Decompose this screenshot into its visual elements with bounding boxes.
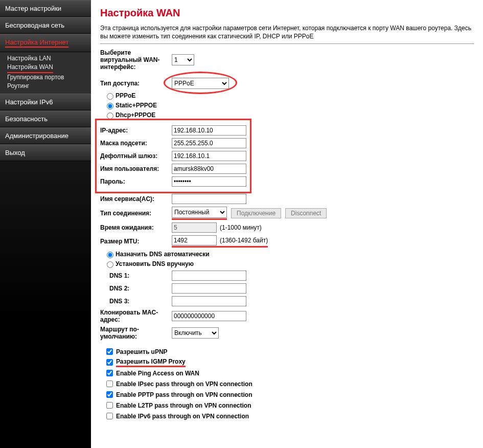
radio-dns-manual-label: Установить DNS вручную <box>116 260 194 267</box>
radio-static-pppoe[interactable] <box>107 103 113 109</box>
chk-upnp-label: Разрешить uPNP <box>116 348 168 355</box>
input-service[interactable] <box>172 194 246 204</box>
label-dns3: DNS 3: <box>100 298 172 305</box>
label-ip: IP-адрес: <box>100 127 172 134</box>
nav-wizard[interactable]: Мастер настройки <box>0 0 91 17</box>
input-idle <box>172 222 217 233</box>
radio-dhcp-pppoe[interactable] <box>107 113 113 119</box>
input-pass[interactable] <box>172 176 246 187</box>
nav-exit[interactable]: Выход <box>0 144 91 161</box>
input-dns3[interactable] <box>172 296 246 306</box>
connect-button[interactable]: Подключение <box>231 208 281 218</box>
nav-routing[interactable]: Роутинг <box>7 82 91 91</box>
chk-pptp-label: Enable PPTP pass through on VPN connecti… <box>116 391 252 398</box>
label-dns2: DNS 2: <box>100 285 172 292</box>
chk-ipsec-label: Enable IPsec pass through on VPN connect… <box>116 380 252 388</box>
label-access-type: Тип доступа: <box>100 80 172 87</box>
nav-internet[interactable]: Настройка Интернет <box>0 34 91 52</box>
nav-wan[interactable]: Настройка WAN <box>7 63 91 73</box>
chk-upnp[interactable] <box>106 348 113 355</box>
page-title: Настройка WAN <box>100 7 474 19</box>
sidebar: Мастер настройки Беспроводная сеть Настр… <box>0 0 91 448</box>
nav-internet-label: Настройка Интернет <box>5 38 68 48</box>
input-dns2[interactable] <box>172 283 246 294</box>
input-mac[interactable] <box>172 311 246 321</box>
label-conn-type: Тип соединения: <box>100 210 172 217</box>
input-gw[interactable] <box>172 151 246 161</box>
select-def-route[interactable]: Включить <box>172 327 219 339</box>
main-content: Настройка WAN Эта страница используется … <box>91 0 483 448</box>
select-access-type[interactable]: PPPoE <box>172 78 229 89</box>
chk-ipsec[interactable] <box>106 380 113 387</box>
chk-ipv6pass[interactable] <box>106 413 113 419</box>
radio-dns-auto[interactable] <box>107 252 113 258</box>
input-ip[interactable] <box>172 125 246 136</box>
chk-l2tp-label: Enable L2TP pass through on VPN connecti… <box>116 402 251 409</box>
nav-wireless[interactable]: Беспроводная сеть <box>0 17 91 34</box>
page-desc: Эта страница используется для настройки … <box>100 24 474 40</box>
label-mac: Клонировать MAC-адрес: <box>100 309 172 323</box>
chk-ping[interactable] <box>106 370 113 376</box>
chk-l2tp[interactable] <box>106 402 113 409</box>
select-conn-type[interactable]: Постоянный <box>172 207 227 218</box>
separator <box>100 43 474 44</box>
radio-pppoe[interactable] <box>107 93 113 100</box>
nav-port-group[interactable]: Группировка портов <box>7 73 91 82</box>
label-pass: Пароль: <box>100 178 172 185</box>
label-service: Имя сервиса(AC): <box>100 195 172 203</box>
disconnect-button[interactable]: Disconnect <box>285 208 327 218</box>
input-user[interactable] <box>172 164 246 174</box>
radio-dns-auto-label: Назначить DNS автоматически <box>116 251 210 258</box>
radio-static-pppoe-label: Static+PPPOE <box>116 102 157 109</box>
label-user: Имя пользователя: <box>100 165 172 172</box>
label-gw: Дефолтный шлюз: <box>100 152 172 160</box>
label-virtual-wan: Выберите виртуальный WAN-интерфейс: <box>100 49 172 71</box>
chk-ping-label: Enable Ping Access on WAN <box>116 370 199 377</box>
select-virtual-wan[interactable]: 1 <box>172 54 194 65</box>
input-mask[interactable] <box>172 138 246 148</box>
hint-mtu: (1360-1492 байт) <box>220 237 268 244</box>
radio-pppoe-label: PPPoE <box>116 92 135 99</box>
radio-dhcp-pppoe-label: Dhcp+PPPOE <box>116 111 155 119</box>
nav-admin[interactable]: Администрирование <box>0 127 91 144</box>
label-def-route: Маршрут по-умолчанию: <box>100 326 172 340</box>
label-dns1: DNS 1: <box>100 272 172 279</box>
input-mtu[interactable] <box>172 235 217 245</box>
label-idle: Время ожидания: <box>100 224 172 231</box>
label-mtu: Размер MTU: <box>100 238 172 245</box>
chk-ipv6pass-label: Enable IPv6 pass through on VPN connecti… <box>116 413 249 420</box>
chk-igmp[interactable] <box>106 359 113 366</box>
chk-pptp[interactable] <box>106 391 113 398</box>
nav-ipv6[interactable]: Настройки IPv6 <box>0 94 91 110</box>
chk-igmp-label: Разрешить IGMP Proxy <box>116 358 186 367</box>
radio-dns-manual[interactable] <box>107 261 113 268</box>
input-dns1[interactable] <box>172 271 246 281</box>
nav-internet-sub: Настройка LAN Настройка WAN Группировка … <box>0 52 91 94</box>
label-mask: Маска подсети: <box>100 140 172 147</box>
nav-lan[interactable]: Настройка LAN <box>7 54 91 63</box>
hint-idle: (1-1000 минут) <box>220 224 262 231</box>
nav-security[interactable]: Безопасность <box>0 110 91 127</box>
